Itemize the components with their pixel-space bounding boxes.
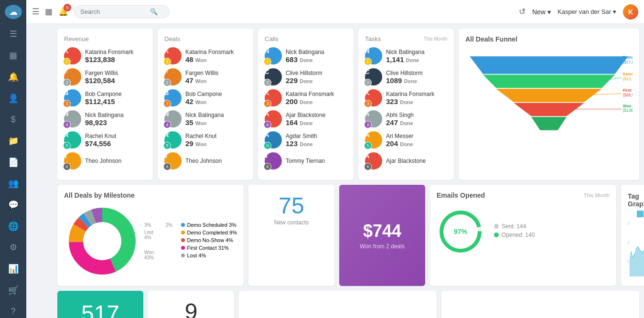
svg-point-25 [84, 223, 120, 259]
sidebar-item-settings[interactable]: ⚙ [6, 241, 21, 254]
list-item: A5 Agdar Smith123 Done [265, 131, 347, 148]
leader-value: $74,556 [85, 139, 146, 148]
tag-graph-card: Tag Graph Last 30 Days Email 150 100 50 [621, 185, 644, 286]
sidebar-item-notifications[interactable]: 🔔 [6, 70, 21, 83]
milestone-pct-top-right: 2% [165, 223, 172, 228]
tag-graph-title: Tag Graph [628, 192, 644, 208]
topbar-right: ↺ New ▾ Kasper van der Sar ▾ K [519, 4, 638, 20]
sidebar-item-folder[interactable]: 📁 [6, 135, 21, 148]
revenue-card: Revenue K 1 Katarina Fonsmark $123,838 F [57, 29, 153, 180]
list-item: N4 Nick Batingana35 Won [164, 110, 247, 127]
list-item: A6 Ajar Blackstone [365, 152, 447, 170]
calls-title: Calls [265, 35, 347, 42]
hamburger-icon[interactable]: ☰ [32, 7, 39, 17]
svg-text:50: 50 [628, 259, 629, 264]
sidebar-item-menu[interactable]: ☰ [6, 28, 21, 41]
list-item: A5 Ari Messer204 Done [365, 131, 447, 148]
sidebar: ☁ ☰ ▦ 🔔 👤 $ 📁 📄 👥 💬 🌐 ⚙ 📊 🛒 ? [0, 0, 26, 318]
leader-value: 98,923 [85, 118, 146, 127]
svg-marker-3 [514, 103, 584, 117]
tag-graph-chart: 150 100 50 [628, 219, 644, 276]
rank-badge: 1 [63, 58, 71, 65]
avatar: T 6 [64, 152, 81, 170]
milestone-card: All Deals by Milestone [57, 185, 244, 286]
svg-marker-4 [531, 117, 567, 130]
list-item: R 5 Rachel Knut $74,556 [64, 131, 146, 148]
dashboard-top-row: Revenue K 1 Katarina Fonsmark $123,838 F [57, 29, 639, 180]
calendar-icon[interactable]: ▦ [45, 7, 53, 17]
lost-label: Lost4% [144, 230, 177, 240]
new-button[interactable]: New ▾ [532, 8, 551, 16]
won-label: Won43% [144, 250, 177, 260]
sidebar-item-cart[interactable]: 🛒 [6, 284, 21, 297]
rank-badge: 6 [63, 163, 71, 170]
list-item: C2 Clive Hillstorm1089 Done [365, 68, 447, 85]
list-item: F 2 Fargen Willis $120,584 [64, 68, 146, 85]
sidebar-item-document[interactable]: 📄 [6, 156, 21, 169]
list-item: T6 Theo Johnson [164, 152, 247, 170]
donut-labels: 3% 2% Lost4% Won43% [144, 223, 177, 260]
main-content: Revenue K 1 Katarina Fonsmark $123,838 F [53, 24, 644, 318]
donut-legend: Demo Scheduled 3% Demo Completed 9% Demo… [181, 222, 237, 260]
list-item: N 4 Nick Batingana 98,923 [64, 110, 146, 127]
avatar: R 5 [64, 131, 81, 148]
search-box[interactable]: 🔍 [74, 5, 170, 18]
sidebar-item-chat[interactable]: 💬 [6, 199, 21, 212]
sidebar-item-calendar[interactable]: ▦ [6, 49, 21, 62]
avatar: F 2 [64, 68, 81, 85]
emails-chart: 97% Sent: 144 Opened: 140 [437, 203, 610, 255]
won-amount: $744 [363, 221, 401, 241]
sidebar-item-chart[interactable]: 📊 [6, 263, 21, 276]
sidebar-item-globe[interactable]: 🌐 [6, 220, 21, 233]
funnel-title: All Deals Funnel [465, 35, 633, 43]
svg-marker-0 [470, 56, 628, 74]
svg-text:Demo Complete: Demo Complete [623, 55, 633, 60]
rank-badge: 3 [63, 100, 71, 107]
emails-period: This Month [584, 192, 610, 198]
svg-text:Won: Won [623, 104, 632, 108]
svg-text:100: 100 [628, 240, 629, 245]
leader-name: Rachel Knut [85, 133, 146, 139]
svg-text:($88,520): ($88,520) [623, 93, 633, 97]
user-name[interactable]: Kasper van der Sar ▾ [558, 8, 616, 15]
chevron-down-icon: ▾ [547, 8, 551, 16]
svg-marker-1 [483, 75, 615, 88]
list-item: B 3 Bob Campone $112,415 [64, 89, 146, 106]
sidebar-item-help[interactable]: ? [6, 305, 21, 318]
app-logo[interactable]: ☁ [5, 5, 22, 19]
tasks-card: Tasks This Month N1 Nick Batingana1,141 … [358, 29, 454, 180]
new-contacts-label: New contacts [255, 219, 328, 226]
placeholder-card [239, 291, 437, 318]
calls-card: Calls N1 Nick Batingana683 Done C2 Clive… [258, 29, 354, 180]
avatar: K 1 [64, 47, 81, 64]
donut-chart [64, 203, 140, 279]
sidebar-item-money[interactable]: $ [6, 113, 21, 126]
search-input[interactable] [80, 8, 147, 15]
list-item: N1 Nick Batingana683 Done [265, 47, 347, 64]
svg-marker-35 [630, 245, 644, 276]
leader-name: Bob Campone [85, 91, 146, 97]
svg-text:97%: 97% [454, 228, 468, 235]
list-item: K 1 Katarina Fonsmark $123,838 [64, 47, 146, 64]
notification-badge: 0 [64, 4, 71, 11]
progress-circle: 97% [437, 208, 484, 255]
tag-graph-legend: Email [628, 211, 644, 217]
svg-text:($13,776): ($13,776) [623, 77, 633, 81]
rank-badge: 2 [63, 79, 71, 86]
history-icon[interactable]: ↺ [519, 7, 526, 17]
dashboard-second-row: All Deals by Milestone [57, 185, 639, 286]
avatar: B 3 [64, 89, 81, 106]
won-deals-card: $744 Won from 2 deals [339, 185, 425, 286]
new-contacts-number: 75 [255, 194, 328, 217]
leader-name: Katarina Fonsmark [85, 49, 146, 55]
list-item: A4 Ajar Blackstone164 Done [265, 110, 347, 127]
sidebar-item-team[interactable]: 👥 [6, 177, 21, 190]
funnel-chart: Demo Complete ($27,839) Demo No-Show ($1… [465, 48, 633, 153]
emails-card: Emails Opened This Month 97% Sent: 144 [430, 185, 616, 286]
svg-text:($138,034): ($138,034) [623, 108, 633, 113]
emails-title: Emails Opened [437, 191, 485, 199]
sidebar-item-contacts[interactable]: 👤 [6, 92, 21, 105]
user-avatar[interactable]: K [623, 4, 638, 20]
list-item: R5 Rachel Knut29 Won [164, 131, 247, 148]
notifications-btn[interactable]: 🔔 0 [58, 7, 68, 17]
